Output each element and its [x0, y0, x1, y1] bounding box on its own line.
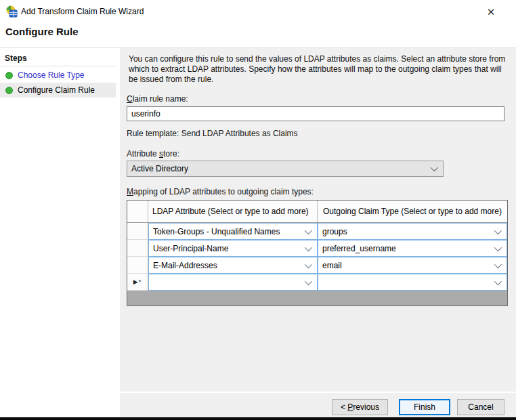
table-row: User-Principal-Name preferred_username	[127, 240, 507, 257]
previous-button[interactable]: < Previous	[332, 399, 388, 415]
cancel-button[interactable]: Cancel	[457, 399, 504, 415]
ldap-attribute-column-header: LDAP Attribute (Select or type to add mo…	[148, 201, 318, 222]
step-label: Configure Claim Rule	[18, 85, 95, 95]
table-row: E-Mail-Addresses email	[127, 257, 507, 274]
row-selector[interactable]	[127, 223, 148, 240]
row-selector[interactable]	[127, 240, 148, 257]
chevron-down-icon	[305, 243, 312, 251]
sidebar-item-configure-claim-rule[interactable]: Configure Claim Rule	[0, 83, 116, 98]
table-row: Token-Groups - Unqualified Names groups	[127, 223, 507, 240]
chevron-down-icon	[494, 243, 502, 251]
claim-rule-name-label: Claim rule name:	[127, 94, 188, 104]
step-completed-icon	[5, 72, 13, 79]
outgoing-claim-type-select[interactable]: preferred_username	[318, 240, 507, 257]
attribute-store-label: Attribute store:	[127, 149, 179, 159]
button-bar: < Previous Finish Cancel	[120, 393, 516, 417]
rule-template-text: Rule template: Send LDAP Attributes as C…	[127, 129, 298, 138]
steps-sidebar: Steps Choose Rule Type Configure Claim R…	[0, 48, 116, 417]
chevron-down-icon	[494, 277, 502, 285]
steps-heading: Steps	[5, 54, 27, 63]
rule-description: You can configure this rule to send the …	[129, 54, 509, 85]
finish-button[interactable]: Finish	[399, 399, 450, 415]
claim-rule-name-input[interactable]	[127, 106, 504, 121]
steps-divider	[0, 66, 116, 66]
wizard-icon	[5, 5, 18, 18]
window-title: Add Transform Claim Rule Wizard	[21, 7, 144, 16]
window-bottom-edge	[0, 417, 516, 420]
chevron-down-icon	[305, 260, 312, 268]
title-bar: Add Transform Claim Rule Wizard ✕	[0, 0, 516, 23]
new-row-marker-icon[interactable]: ▶*	[127, 274, 148, 291]
step-label: Choose Rule Type	[18, 70, 85, 80]
ldap-attribute-select[interactable]	[148, 274, 318, 291]
table-empty-area	[127, 291, 507, 306]
outgoing-claim-type-column-header: Outgoing Claim Type (Select or type to a…	[318, 201, 507, 222]
step-completed-icon	[5, 87, 13, 94]
mapping-label: Mapping of LDAP attributes to outgoing c…	[127, 187, 314, 196]
page-title: Configure Rule	[5, 26, 79, 37]
outgoing-claim-type-select[interactable]: email	[318, 257, 507, 274]
table-header-row: LDAP Attribute (Select or type to add mo…	[127, 201, 507, 223]
ldap-attribute-select[interactable]: Token-Groups - Unqualified Names	[148, 223, 318, 240]
row-selector-header	[127, 201, 148, 222]
outgoing-claim-type-select[interactable]: groups	[318, 223, 507, 240]
sidebar-item-choose-rule-type[interactable]: Choose Rule Type	[0, 68, 116, 83]
ldap-mapping-table: LDAP Attribute (Select or type to add mo…	[127, 200, 508, 306]
chevron-down-icon	[305, 226, 312, 234]
outgoing-claim-type-select[interactable]	[318, 274, 507, 291]
add-transform-claim-rule-wizard-dialog: Add Transform Claim Rule Wizard ✕ Config…	[0, 0, 516, 420]
ldap-attribute-select[interactable]: User-Principal-Name	[148, 240, 318, 257]
attribute-store-select[interactable]: Active Directory	[127, 161, 444, 177]
chevron-down-icon	[305, 277, 312, 285]
chevron-down-icon	[431, 164, 438, 171]
close-icon[interactable]: ✕	[483, 5, 498, 20]
ldap-attribute-select[interactable]: E-Mail-Addresses	[148, 257, 318, 274]
chevron-down-icon	[494, 226, 502, 234]
table-new-row: ▶*	[127, 274, 507, 291]
configure-rule-panel: You can configure this rule to send the …	[120, 48, 516, 392]
attribute-store-value: Active Directory	[127, 164, 431, 173]
row-selector[interactable]	[127, 257, 148, 274]
chevron-down-icon	[494, 260, 502, 268]
